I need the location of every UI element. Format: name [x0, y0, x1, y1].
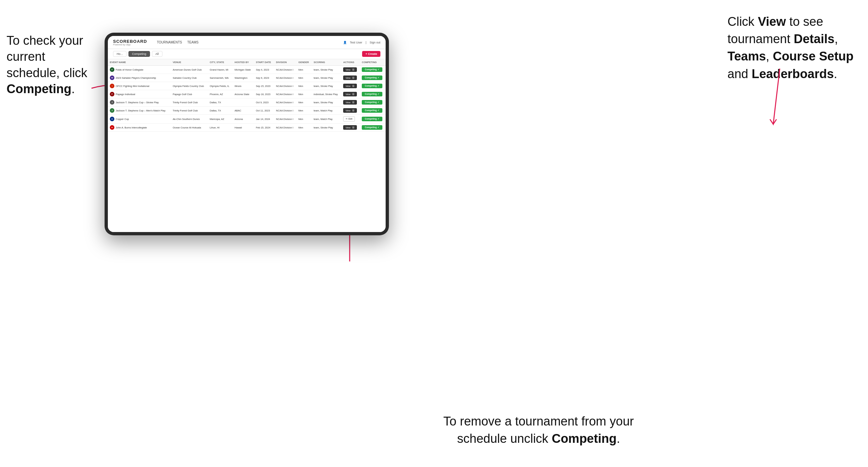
col-gender: GENDER — [297, 59, 312, 66]
event-name: OFCC Fighting Illini Invitational — [116, 85, 149, 88]
cell-hosted-5: ABAC — [233, 106, 254, 115]
tab-competing[interactable]: Competing — [128, 51, 150, 57]
edit-button-6[interactable]: ✏ Edit — [343, 116, 355, 122]
event-name: Papago Individual — [116, 93, 135, 96]
event-name: Copper Cup — [116, 118, 129, 121]
event-name: 2023 Sahalee Players Championship — [116, 76, 156, 80]
cell-actions-4: View ℹ — [341, 98, 360, 106]
tab-home[interactable]: Ho... — [113, 51, 126, 57]
nav-tournaments[interactable]: TOURNAMENTS — [157, 40, 182, 44]
competing-button-7[interactable]: Competing ✓ — [362, 125, 382, 130]
cell-division-7: NCAA Division I — [274, 124, 297, 132]
cell-actions-1: View ℹ — [341, 74, 360, 82]
cell-venue-7: Ocean Course At Hokuala — [170, 124, 208, 132]
annotation-top-right: Click View to see tournament Details, Te… — [727, 13, 858, 83]
cell-event-6: ACopper Cup — [108, 115, 170, 124]
cell-actions-3: View ℹ — [341, 90, 360, 98]
cell-start-7: Feb 15, 2024 — [254, 124, 274, 132]
view-button-0[interactable]: View ℹ — [343, 67, 357, 72]
competing-button-3[interactable]: Competing ✓ — [362, 92, 382, 96]
cell-competing-0: Competing ✓ — [360, 66, 385, 74]
create-button[interactable]: + Create — [362, 51, 380, 57]
cell-scoring-0: team, Stroke Play — [312, 66, 342, 74]
cell-venue-4: Trinity Forest Golf Club — [170, 98, 208, 106]
brand: SCOREBOARD Powered by clipp — [113, 39, 147, 46]
cell-hosted-2: Illinois — [233, 82, 254, 90]
cell-division-0: NCAA Division I — [274, 66, 297, 74]
header-row: EVENT NAME VENUE CITY, STATE HOSTED BY S… — [108, 59, 385, 66]
cell-city-7: Lihue, HI — [208, 124, 233, 132]
cell-event-5: JJackson T. Stephens Cup – Men's Match P… — [108, 106, 170, 115]
cell-city-2: Olympia Fields, IL — [208, 82, 233, 90]
event-name: Jackson T. Stephens Cup – Stroke Play — [116, 101, 159, 104]
navbar: SCOREBOARD Powered by clipp TOURNAMENTS … — [108, 36, 385, 49]
view-button-7[interactable]: View ℹ — [343, 125, 357, 130]
cell-competing-3: Competing ✓ — [360, 90, 385, 98]
toolbar: Ho... Competing All + Create — [108, 49, 385, 59]
competing-button-2[interactable]: Competing ✓ — [362, 84, 382, 88]
competing-button-4[interactable]: Competing ✓ — [362, 100, 382, 104]
view-button-3[interactable]: View ℹ — [343, 92, 357, 96]
cell-start-4: Oct 9, 2023 — [254, 98, 274, 106]
cell-division-4: NCAA Division I — [274, 98, 297, 106]
cell-hosted-3: Arizona State — [233, 90, 254, 98]
sign-out-link[interactable]: Sign out — [370, 41, 380, 44]
view-button-4[interactable]: View ℹ — [343, 100, 357, 104]
cell-division-2: NCAA Division I — [274, 82, 297, 90]
user-name: Test User — [350, 41, 363, 44]
cell-hosted-1: Washington — [233, 74, 254, 82]
cell-actions-5: View ℹ — [341, 106, 360, 115]
table-row: JJackson T. Stephens Cup – Stroke PlayTr… — [108, 98, 385, 106]
cell-hosted-6: Arizona — [233, 115, 254, 124]
cell-division-5: NCAA Division I — [274, 106, 297, 115]
table-row: JJackson T. Stephens Cup – Men's Match P… — [108, 106, 385, 115]
table-row: HJohn A. Burns IntercollegiateOcean Cour… — [108, 124, 385, 132]
cell-gender-5: Men — [297, 106, 312, 115]
cell-venue-1: Sahalee Country Club — [170, 74, 208, 82]
cell-actions-7: View ℹ — [341, 124, 360, 132]
cell-scoring-4: team, Stroke Play — [312, 98, 342, 106]
annotation-left: To check your current schedule, click Co… — [6, 33, 98, 97]
cell-scoring-7: team, Stroke Play — [312, 124, 342, 132]
cell-gender-0: Men — [297, 66, 312, 74]
view-button-2[interactable]: View ℹ — [343, 84, 357, 88]
cell-division-6: NCAA Division I — [274, 115, 297, 124]
tab-all[interactable]: All — [152, 51, 162, 57]
competing-button-6[interactable]: Competing ✓ — [362, 117, 382, 121]
col-start: START DATE — [254, 59, 274, 66]
table-body: FFolds of Honor CollegiateAmerican Dunes… — [108, 66, 385, 132]
view-button-5[interactable]: View ℹ — [343, 108, 357, 113]
nav-separator: | — [366, 41, 366, 44]
table-row: FFolds of Honor CollegiateAmerican Dunes… — [108, 66, 385, 74]
cell-scoring-1: team, Stroke Play — [312, 74, 342, 82]
cell-start-5: Oct 11, 2023 — [254, 106, 274, 115]
cell-city-0: Grand Haven, MI — [208, 66, 233, 74]
cell-city-5: Dallas, TX — [208, 106, 233, 115]
cell-venue-2: Olympia Fields Country Club — [170, 82, 208, 90]
cell-start-0: Sep 4, 2023 — [254, 66, 274, 74]
cell-hosted-7: Hawaii — [233, 124, 254, 132]
cell-venue-5: Trinity Forest Golf Club — [170, 106, 208, 115]
nav-teams[interactable]: TEAMS — [187, 40, 198, 44]
cell-gender-7: Men — [297, 124, 312, 132]
table-container: EVENT NAME VENUE CITY, STATE HOSTED BY S… — [108, 59, 385, 232]
cell-start-3: Sep 18, 2023 — [254, 90, 274, 98]
view-button-1[interactable]: View ℹ — [343, 75, 357, 80]
cell-scoring-3: individual, Stroke Play — [312, 90, 342, 98]
table-row: ACopper CupAk-Chin Southern DunesMaricop… — [108, 115, 385, 124]
cell-competing-1: Competing ✓ — [360, 74, 385, 82]
cell-venue-6: Ak-Chin Southern Dunes — [170, 115, 208, 124]
annotation-left-text: To check your current schedule, click Co… — [6, 34, 87, 96]
col-competing: COMPETING — [360, 59, 385, 66]
cell-scoring-6: team, Match Play — [312, 115, 342, 124]
cell-gender-2: Men — [297, 82, 312, 90]
table-row: PPapago IndividualPapago Golf ClubPhoeni… — [108, 90, 385, 98]
brand-sub: Powered by clipp — [113, 43, 147, 46]
competing-button-5[interactable]: Competing ✓ — [362, 108, 382, 113]
cell-hosted-0: Michigan State — [233, 66, 254, 74]
competing-button-0[interactable]: Competing ✓ — [362, 67, 382, 72]
cell-event-7: HJohn A. Burns Intercollegiate — [108, 124, 170, 132]
col-scoring: SCORING — [312, 59, 342, 66]
annotation-left-bold: Competing — [6, 82, 71, 96]
competing-button-1[interactable]: Competing ✓ — [362, 75, 382, 80]
